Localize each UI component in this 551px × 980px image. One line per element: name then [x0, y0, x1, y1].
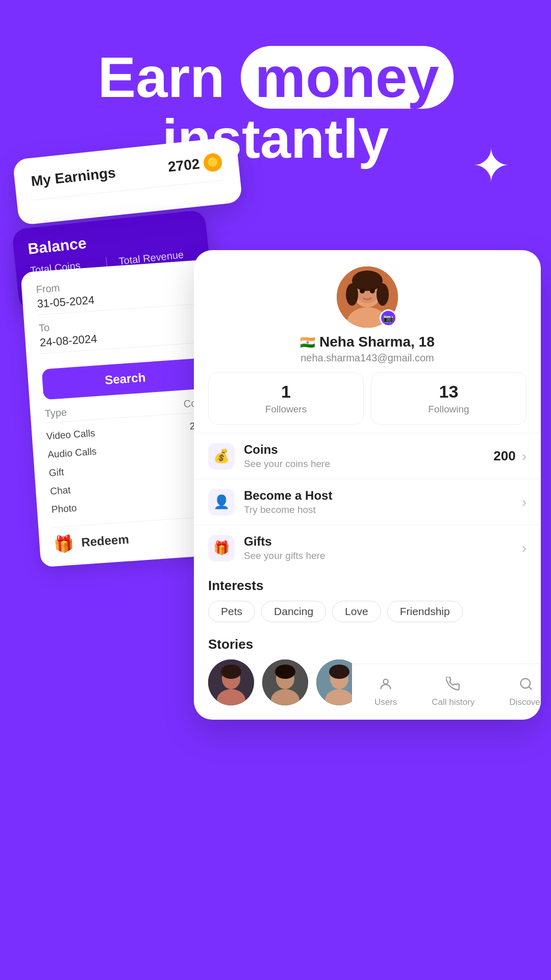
svg-point-21: [384, 679, 388, 683]
redeem-icon: 🎁: [53, 533, 75, 554]
flag-icon: 🇮🇳: [300, 335, 315, 349]
earnings-title: My Earnings: [30, 164, 116, 189]
call-history-label: Call history: [432, 697, 474, 707]
profile-card: 📷 🇮🇳 Neha Sharma, 18 neha.sharma143@gmai…: [194, 250, 541, 720]
followers-label: Followers: [216, 404, 356, 415]
hero-line1: Earn money: [97, 45, 453, 109]
host-right: ›: [522, 494, 527, 510]
search-button[interactable]: Search: [42, 358, 209, 400]
nav-discover[interactable]: Discover: [509, 677, 541, 707]
earnings-card-header: My Earnings 2702 🟡: [30, 153, 224, 201]
interest-tag: Love: [332, 601, 381, 622]
interest-tag: Dancing: [261, 601, 326, 622]
hero-money-badge: money: [241, 46, 454, 109]
become-host-menu-item[interactable]: 👤 Become a Host Try become host ›: [194, 479, 541, 525]
earnings-table: Type Coins Video Calls 2860 Audio Calls …: [44, 397, 217, 519]
svg-line-23: [529, 687, 532, 689]
host-icon: 👤: [208, 489, 235, 516]
gifts-text: Gifts See your gifts here: [244, 534, 522, 561]
chevron-right-icon: ›: [522, 448, 527, 464]
story-circle[interactable]: [262, 659, 308, 705]
row-type: Gift: [48, 467, 64, 479]
svg-point-7: [360, 288, 365, 293]
stories-title: Stories: [208, 636, 527, 652]
following-count: 13: [379, 382, 519, 402]
type-col-header: Type: [44, 406, 67, 420]
nav-call-history[interactable]: Call history: [432, 677, 474, 707]
interest-tag: Pets: [208, 601, 255, 622]
coins-icon: 💰: [208, 443, 235, 470]
to-field: To 24-08-2024: [38, 311, 206, 354]
from-field: From 31-05-2024: [36, 272, 203, 315]
call-history-icon: [446, 677, 460, 695]
gifts-sub: See your gifts here: [244, 550, 522, 561]
svg-point-8: [370, 288, 375, 293]
svg-point-16: [275, 665, 295, 679]
story-circle[interactable]: [208, 659, 254, 705]
earnings-coins: 2702 🟡: [167, 153, 222, 177]
svg-point-20: [329, 665, 349, 679]
row-type: Video Calls: [46, 428, 95, 443]
following-box: 13 Following: [371, 372, 527, 425]
avatar-wrapper: 📷: [337, 266, 398, 328]
coins-title: Coins: [244, 443, 493, 457]
row-type: Chat: [50, 484, 71, 497]
coins-sub: See your coins here: [244, 458, 493, 470]
camera-icon[interactable]: 📷: [380, 309, 397, 327]
interests-tags: Pets Dancing Love Friendship: [208, 601, 527, 622]
user-name-text: Neha Sharma, 18: [319, 334, 435, 350]
bottom-nav: Users Call history Discover: [352, 664, 541, 720]
svg-point-12: [221, 665, 241, 679]
followers-box: 1 Followers: [208, 372, 364, 425]
nav-users[interactable]: Users: [374, 677, 397, 707]
chevron-right-icon: ›: [522, 494, 527, 510]
discover-icon: [519, 677, 533, 695]
coins-right: 200 ›: [493, 448, 527, 464]
coins-amount: 200: [493, 448, 515, 464]
row-type: Audio Calls: [47, 446, 97, 460]
host-sub: Try become host: [244, 504, 522, 516]
followers-count: 1: [216, 382, 356, 402]
redeem-label: Redeem: [81, 532, 129, 549]
gifts-menu-item[interactable]: 🎁 Gifts See your gifts here ›: [194, 525, 541, 571]
followers-row: 1 Followers 13 Following: [194, 372, 541, 425]
interest-tag: Friendship: [387, 601, 463, 622]
users-icon: [379, 677, 393, 695]
avatar-area: 📷 🇮🇳 Neha Sharma, 18 neha.sharma143@gmai…: [194, 250, 541, 372]
gifts-right: ›: [522, 540, 527, 556]
row-type: Photo: [51, 502, 77, 515]
host-text: Become a Host Try become host: [244, 488, 522, 516]
chevron-right-icon: ›: [522, 540, 527, 556]
gifts-icon: 🎁: [208, 535, 235, 561]
svg-point-6: [377, 283, 389, 306]
interests-section: Interests Pets Dancing Love Friendship: [194, 571, 541, 629]
svg-point-5: [346, 283, 358, 306]
users-label: Users: [374, 697, 397, 707]
coins-menu-item[interactable]: 💰 Coins See your coins here 200 ›: [194, 433, 541, 479]
user-email: neha.sharma143@gmail.com: [300, 352, 434, 364]
interests-title: Interests: [208, 578, 527, 594]
host-title: Become a Host: [244, 488, 522, 503]
following-label: Following: [379, 404, 519, 415]
user-name: 🇮🇳 Neha Sharma, 18: [300, 334, 434, 350]
coin-icon: 🟡: [203, 153, 223, 173]
earnings-coins-value: 2702: [167, 156, 201, 175]
hero-title: Earn money instantly: [0, 46, 551, 169]
coins-text: Coins See your coins here: [244, 443, 493, 470]
discover-label: Discover: [509, 697, 541, 707]
star-decoration: ✦: [472, 143, 510, 189]
gifts-title: Gifts: [244, 534, 522, 549]
